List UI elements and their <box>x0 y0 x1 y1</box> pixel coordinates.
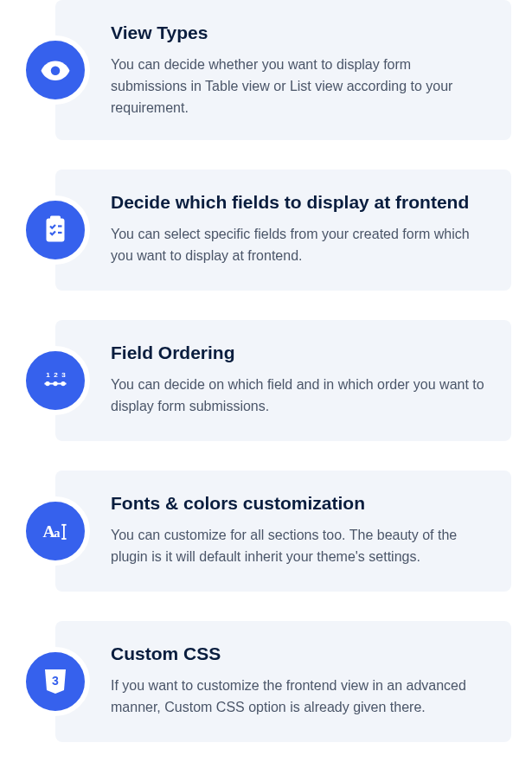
svg-rect-1 <box>47 218 65 241</box>
feature-description: You can select specific fields from your… <box>111 224 487 267</box>
css-icon: 3 <box>21 647 90 716</box>
feature-card-custom-css: 3 Custom CSS If you want to customize th… <box>55 621 511 742</box>
svg-text:2: 2 <box>54 371 58 379</box>
feature-title: Fonts & colors customization <box>111 491 487 515</box>
svg-text:1: 1 <box>46 371 50 379</box>
clipboard-icon <box>21 195 90 265</box>
feature-title: View Types <box>111 21 487 44</box>
feature-description: You can decide whether you want to displ… <box>111 54 487 118</box>
feature-title: Custom CSS <box>111 642 487 665</box>
svg-point-9 <box>45 381 49 386</box>
eye-icon <box>21 35 90 105</box>
feature-card-field-ordering: 1 2 3 Field Ordering You can decide on w… <box>55 320 511 441</box>
svg-text:3: 3 <box>61 371 66 379</box>
svg-point-0 <box>51 66 61 75</box>
feature-title: Field Ordering <box>111 341 487 364</box>
feature-card-fonts-colors: A a Fonts & colors customization You can… <box>55 471 511 592</box>
feature-card-fields-display: Decide which fields to display at fronte… <box>55 170 511 291</box>
fonts-icon: A a <box>21 496 90 566</box>
svg-point-10 <box>53 381 57 386</box>
svg-text:3: 3 <box>52 674 59 688</box>
svg-point-11 <box>61 381 65 386</box>
feature-description: You can customize for all sections too. … <box>111 525 487 568</box>
ordering-icon: 1 2 3 <box>21 346 90 415</box>
feature-description: If you want to customize the frontend vi… <box>111 675 487 719</box>
feature-description: You can decide on which field and in whi… <box>111 374 487 418</box>
svg-text:a: a <box>54 526 60 540</box>
feature-card-view-types: View Types You can decide whether you wa… <box>55 0 511 140</box>
svg-rect-2 <box>50 215 61 221</box>
feature-title: Decide which fields to display at fronte… <box>111 190 487 214</box>
